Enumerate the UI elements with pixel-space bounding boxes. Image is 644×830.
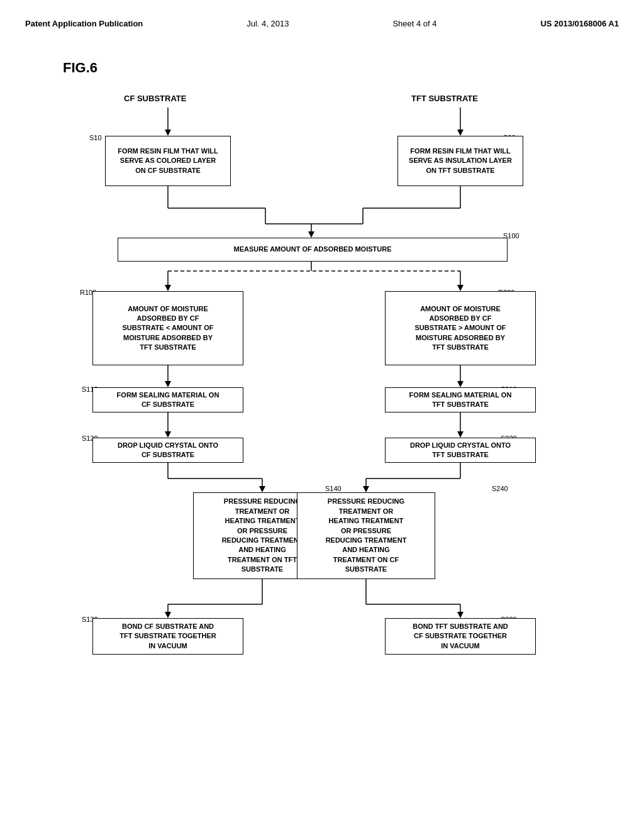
svg-marker-25 <box>165 431 171 438</box>
svg-marker-1 <box>165 130 171 136</box>
svg-marker-21 <box>165 381 171 387</box>
svg-marker-19 <box>457 285 464 291</box>
s230-box: BOND TFT SUBSTRATE AND CF SUBSTRATE TOGE… <box>385 618 536 655</box>
svg-marker-27 <box>457 431 464 438</box>
page-header: Patent Application Publication Jul. 4, 2… <box>25 13 619 41</box>
s130-box: BOND CF SUBSTRATE AND TFT SUBSTRATE TOGE… <box>92 618 243 655</box>
r200-box: AMOUNT OF MOISTURE ADSORBED BY CF SUBSTR… <box>385 291 536 365</box>
sheet-info: Sheet 4 of 4 <box>392 19 436 28</box>
s110-box: FORM SEALING MATERIAL ON CF SUBSTRATE <box>92 387 243 412</box>
tft-substrate-label: TFT SUBSTRATE <box>411 94 478 103</box>
s100-box: MEASURE AMOUNT OF ADSORBED MOISTURE <box>118 238 508 262</box>
s220-box: DROP LIQUID CRYSTAL ONTO TFT SUBSTRATE <box>385 438 536 463</box>
s210-box: FORM SEALING MATERIAL ON TFT SUBSTRATE <box>385 387 536 412</box>
s240-box: PRESSURE REDUCING TREATMENT OR HEATING T… <box>297 492 435 579</box>
svg-marker-3 <box>457 130 464 136</box>
s20-box: FORM RESIN FILM THAT WILL SERVE AS INSUL… <box>397 136 523 186</box>
diagram-container: CF SUBSTRATE TFT SUBSTRATE S10 FORM RESI… <box>52 89 592 780</box>
figure-label: FIG.6 <box>63 60 619 76</box>
svg-marker-23 <box>457 381 464 387</box>
r100-box: AMOUNT OF MOISTURE ADSORBED BY CF SUBSTR… <box>92 291 243 365</box>
svg-marker-17 <box>165 285 171 291</box>
s140-label: S140 <box>325 485 341 492</box>
s10-label: S10 <box>89 134 102 141</box>
s120-box: DROP LIQUID CRYSTAL ONTO CF SUBSTRATE <box>92 438 243 463</box>
patent-number: US 2013/0168006 A1 <box>540 19 619 28</box>
svg-marker-43 <box>457 612 464 618</box>
svg-marker-31 <box>259 486 265 492</box>
publication-title: Patent Application Publication <box>25 19 143 28</box>
cf-substrate-label: CF SUBSTRATE <box>124 94 186 103</box>
s240-label: S240 <box>492 485 508 492</box>
svg-marker-39 <box>165 612 171 618</box>
s10-box: FORM RESIN FILM THAT WILL SERVE AS COLOR… <box>105 136 231 186</box>
page: Patent Application Publication Jul. 4, 2… <box>0 0 644 830</box>
svg-marker-13 <box>308 231 314 238</box>
publication-date: Jul. 4, 2013 <box>247 19 289 28</box>
svg-marker-35 <box>363 486 369 492</box>
